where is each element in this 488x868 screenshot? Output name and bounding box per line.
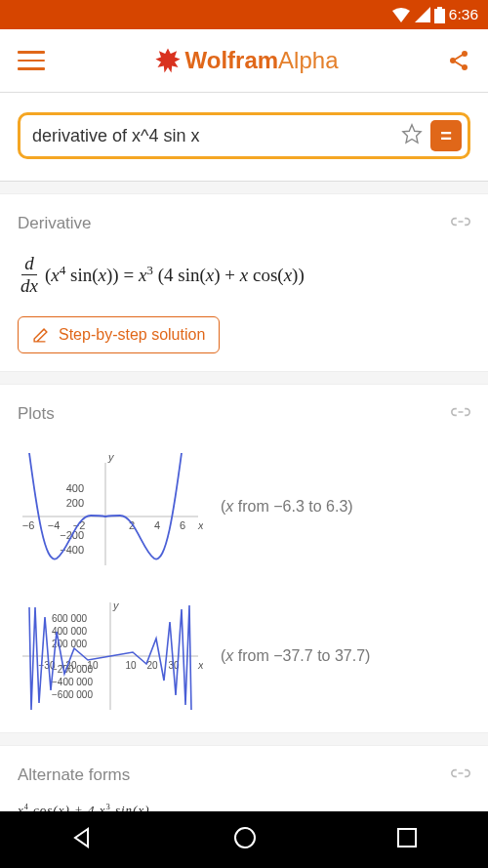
- plots-card: Plots y x 400 200 −200 −400 −6 −4 −2 2 4…: [0, 384, 488, 733]
- svg-text:y: y: [112, 599, 120, 611]
- step-by-step-button[interactable]: Step-by-step solution: [18, 316, 220, 353]
- back-button[interactable]: [69, 825, 95, 854]
- plot-1: y x 400 200 −200 −400 −6 −4 −2 2 4 6 (x …: [18, 443, 470, 570]
- svg-text:y: y: [107, 451, 115, 463]
- status-bar: 6:36: [0, 0, 488, 29]
- link-icon: [451, 402, 470, 422]
- svg-text:4: 4: [154, 519, 160, 531]
- svg-text:x: x: [197, 659, 203, 671]
- svg-text:−4: −4: [48, 519, 61, 531]
- clock: 6:36: [449, 6, 478, 23]
- search-box: =: [18, 112, 470, 159]
- card-title: Derivative: [18, 214, 92, 233]
- svg-text:400: 400: [66, 482, 84, 494]
- derivative-card: Derivative ddx(x4 sin(x)) = x3 (4 sin(x)…: [0, 193, 488, 372]
- card-title: Plots: [18, 404, 55, 424]
- app-header: WolframAlpha: [0, 29, 488, 93]
- home-button[interactable]: [232, 825, 258, 854]
- plot-2: y x 600 000 400 000 200 000 −200 000 −40…: [18, 598, 470, 715]
- svg-text:−600 000: −600 000: [52, 689, 93, 700]
- svg-rect-34: [398, 829, 416, 847]
- svg-text:6: 6: [180, 519, 185, 531]
- link-icon: [451, 764, 470, 783]
- wifi-icon: [391, 7, 411, 22]
- derivative-result: ddx(x4 sin(x)) = x3 (4 sin(x) + x cos(x)…: [18, 253, 470, 297]
- svg-text:10: 10: [125, 660, 137, 671]
- edit-icon: [32, 327, 49, 344]
- share-button[interactable]: [447, 49, 470, 72]
- menu-button[interactable]: [18, 51, 45, 70]
- svg-text:200 000: 200 000: [52, 639, 88, 649]
- card-title: Alternate forms: [18, 765, 130, 785]
- plot-canvas: y x 400 200 −200 −400 −6 −4 −2 2 4 6: [18, 443, 203, 570]
- circle-home-icon: [232, 825, 258, 850]
- favorite-button[interactable]: [401, 123, 423, 148]
- android-nav-bar: [0, 811, 488, 868]
- link-icon: [451, 212, 470, 231]
- svg-text:20: 20: [146, 660, 158, 671]
- signal-icon: [415, 7, 430, 22]
- source-link-button[interactable]: [451, 764, 470, 787]
- source-link-button[interactable]: [451, 402, 470, 426]
- search-section: =: [0, 93, 488, 182]
- svg-text:200: 200: [66, 497, 84, 509]
- wolfram-spikey-icon: [154, 47, 182, 74]
- logo: WolframAlpha: [45, 47, 447, 74]
- svg-text:−6: −6: [22, 519, 35, 531]
- share-icon: [447, 49, 470, 72]
- svg-text:x: x: [197, 519, 203, 531]
- compute-button[interactable]: =: [430, 120, 462, 151]
- square-recents-icon: [395, 826, 419, 849]
- plot-caption: (x from −37.7 to 37.7): [221, 647, 370, 665]
- svg-text:−10: −10: [82, 660, 99, 671]
- recents-button[interactable]: [395, 826, 419, 853]
- svg-point-33: [235, 828, 255, 847]
- star-icon: [401, 123, 423, 145]
- triangle-back-icon: [69, 825, 95, 850]
- plot-caption: (x from −6.3 to 6.3): [221, 498, 353, 516]
- source-link-button[interactable]: [451, 212, 470, 235]
- battery-icon: [434, 7, 445, 23]
- search-input[interactable]: [32, 126, 393, 146]
- plot-canvas: y x 600 000 400 000 200 000 −200 000 −40…: [18, 598, 203, 715]
- svg-text:600 000: 600 000: [52, 613, 88, 624]
- svg-text:−400 000: −400 000: [52, 677, 93, 687]
